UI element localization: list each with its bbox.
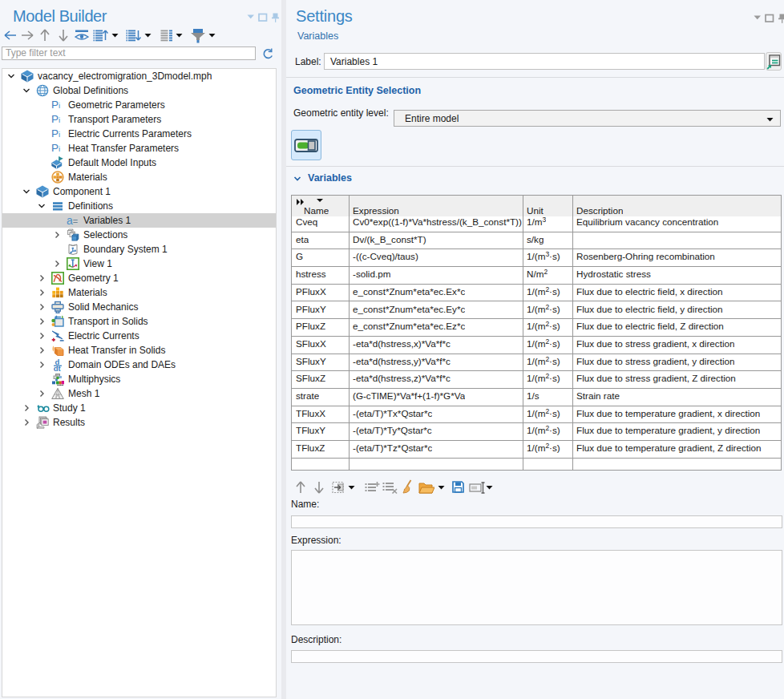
- svg-text:dt: dt: [54, 364, 62, 371]
